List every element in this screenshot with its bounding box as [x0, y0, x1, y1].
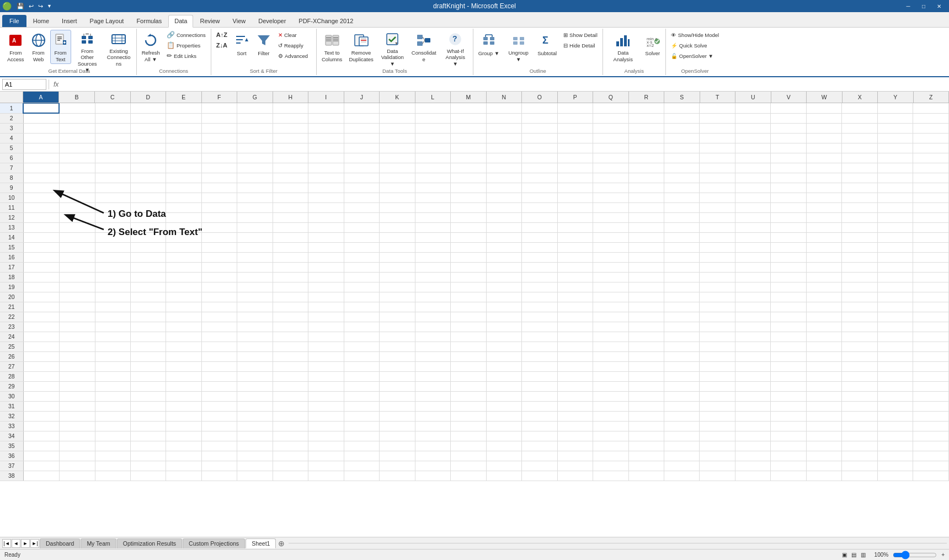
cell-E21[interactable] — [166, 302, 201, 312]
cell-C28[interactable] — [95, 371, 130, 381]
cell-U6[interactable] — [735, 153, 770, 163]
cell-A24[interactable] — [23, 332, 59, 342]
cell-O1[interactable] — [522, 103, 557, 113]
cell-D30[interactable] — [130, 391, 166, 401]
cell-B12[interactable] — [59, 212, 95, 222]
cell-R23[interactable] — [628, 322, 664, 332]
cell-D22[interactable] — [130, 312, 166, 322]
cell-U15[interactable] — [735, 242, 770, 252]
cell-J15[interactable] — [344, 242, 379, 252]
cell-W24[interactable] — [806, 332, 841, 342]
cell-Q5[interactable] — [593, 143, 628, 153]
cell-O24[interactable] — [522, 332, 557, 342]
cell-S37[interactable] — [664, 461, 700, 471]
cell-I21[interactable] — [308, 302, 344, 312]
cell-I38[interactable] — [308, 471, 344, 481]
sort-za-btn[interactable]: Z↓A — [214, 40, 230, 50]
cell-Y12[interactable] — [877, 212, 913, 222]
cell-D6[interactable] — [130, 153, 166, 163]
cell-G12[interactable] — [237, 212, 273, 222]
cell-G8[interactable] — [237, 173, 273, 183]
cell-N12[interactable] — [486, 212, 521, 222]
cell-H20[interactable] — [273, 292, 308, 302]
cell-X21[interactable] — [842, 302, 877, 312]
cell-Q17[interactable] — [593, 262, 628, 272]
cell-A7[interactable] — [23, 163, 59, 173]
cell-Q21[interactable] — [593, 302, 628, 312]
from-web-button[interactable]: FromWeb — [28, 30, 49, 64]
cell-T17[interactable] — [700, 262, 735, 272]
cell-M18[interactable] — [451, 272, 486, 282]
cell-K21[interactable] — [380, 302, 415, 312]
cell-L10[interactable] — [415, 193, 450, 202]
cell-C9[interactable] — [95, 183, 130, 193]
cell-G25[interactable] — [237, 342, 273, 351]
tab-home[interactable]: Home — [27, 15, 55, 27]
cell-I22[interactable] — [308, 312, 344, 322]
cell-T30[interactable] — [700, 391, 735, 401]
cell-T3[interactable] — [700, 123, 735, 133]
cell-W23[interactable] — [806, 322, 841, 332]
cell-B21[interactable] — [59, 302, 95, 312]
cell-W28[interactable] — [806, 371, 841, 381]
col-header-G[interactable]: G — [237, 92, 273, 103]
cell-M7[interactable] — [451, 163, 486, 173]
cell-U4[interactable] — [735, 133, 770, 143]
cell-V29[interactable] — [771, 381, 806, 391]
cell-F3[interactable] — [201, 123, 237, 133]
cell-R18[interactable] — [628, 272, 664, 282]
cell-P21[interactable] — [557, 302, 593, 312]
cell-A4[interactable] — [23, 133, 59, 143]
cell-E38[interactable] — [166, 471, 201, 481]
cell-D14[interactable] — [130, 232, 166, 242]
cell-B15[interactable] — [59, 242, 95, 252]
cell-Q22[interactable] — [593, 312, 628, 322]
cell-E20[interactable] — [166, 292, 201, 302]
cell-N14[interactable] — [486, 232, 521, 242]
cell-P9[interactable] — [557, 183, 593, 193]
cell-U12[interactable] — [735, 212, 770, 222]
cell-E17[interactable] — [166, 262, 201, 272]
cell-C2[interactable] — [95, 113, 130, 123]
cell-U30[interactable] — [735, 391, 770, 401]
cell-I15[interactable] — [308, 242, 344, 252]
cell-L33[interactable] — [415, 421, 450, 431]
cell-N4[interactable] — [486, 133, 521, 143]
cell-H18[interactable] — [273, 272, 308, 282]
cell-O18[interactable] — [522, 272, 557, 282]
cell-J14[interactable] — [344, 232, 379, 242]
tab-review[interactable]: Review — [194, 15, 226, 27]
cell-R29[interactable] — [628, 381, 664, 391]
cell-Y28[interactable] — [877, 371, 913, 381]
cell-P4[interactable] — [557, 133, 593, 143]
cell-T23[interactable] — [700, 322, 735, 332]
cell-E37[interactable] — [166, 461, 201, 471]
cell-A32[interactable] — [23, 411, 59, 421]
cell-H6[interactable] — [273, 153, 308, 163]
cell-W38[interactable] — [806, 471, 841, 481]
cell-M21[interactable] — [451, 302, 486, 312]
cell-D25[interactable] — [130, 342, 166, 351]
cell-U13[interactable] — [735, 222, 770, 232]
cell-O5[interactable] — [522, 143, 557, 153]
cell-G15[interactable] — [237, 242, 273, 252]
cell-Y1[interactable] — [877, 103, 913, 113]
cell-G31[interactable] — [237, 401, 273, 411]
cell-P2[interactable] — [557, 113, 593, 123]
row-header-28[interactable]: 28 — [0, 371, 23, 381]
cell-Z22[interactable] — [913, 312, 949, 322]
cell-C5[interactable] — [95, 143, 130, 153]
cell-G34[interactable] — [237, 431, 273, 441]
cell-Q10[interactable] — [593, 193, 628, 202]
cell-W12[interactable] — [806, 212, 841, 222]
cell-A38[interactable] — [23, 471, 59, 481]
cell-Z7[interactable] — [913, 163, 949, 173]
cell-L38[interactable] — [415, 471, 450, 481]
cell-K25[interactable] — [380, 342, 415, 351]
row-header-27[interactable]: 27 — [0, 361, 23, 371]
cell-W5[interactable] — [806, 143, 841, 153]
cell-P34[interactable] — [557, 431, 593, 441]
cell-D12[interactable] — [130, 212, 166, 222]
cell-Y32[interactable] — [877, 411, 913, 421]
cell-O14[interactable] — [522, 232, 557, 242]
